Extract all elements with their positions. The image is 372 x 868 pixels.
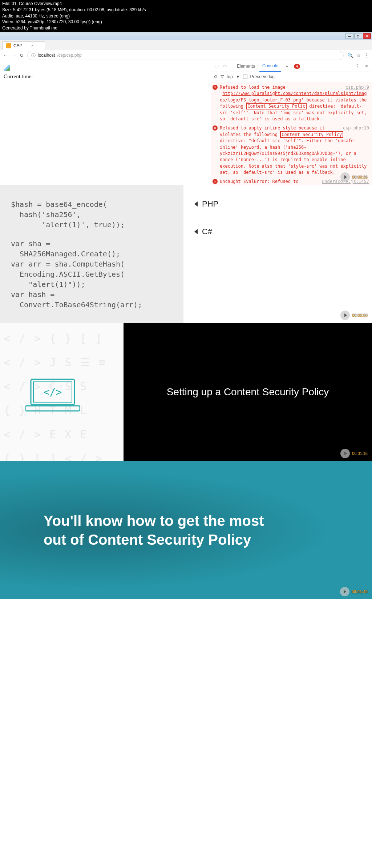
viewport-row: Current time: ⬚ ▭ Elements Console » 4 ⋮… xyxy=(0,61,372,185)
quote-text: You'll know how to get the most out of C… xyxy=(44,511,264,549)
star-icon[interactable]: ☆ xyxy=(356,52,361,58)
csp-highlight: Content Security Policy xyxy=(280,131,343,138)
browser-tab-bar: CSP × xyxy=(0,40,372,50)
meta-audio: Audio: aac, 44100 Hz, stereo (eng) xyxy=(2,13,370,19)
nav-back-icon[interactable]: ← xyxy=(3,53,8,58)
clear-console-icon[interactable]: ⊘ xyxy=(214,74,218,79)
lang-php: PHP xyxy=(194,199,361,209)
play-icon xyxy=(340,449,350,458)
language-pane: PHP C# xyxy=(183,185,372,323)
thumbnail-overlay-3: 00:01:16 xyxy=(340,449,368,458)
browser-tab[interactable]: CSP × xyxy=(2,41,45,50)
console-error-1: ✕ csp.php:9 Refused to load the image 'h… xyxy=(213,84,369,122)
error-icon: ✕ xyxy=(213,85,218,90)
meta-video: Video: h264, yuv420p, 1280x720, 30.00 fp… xyxy=(2,19,370,25)
error-icon: ✕ xyxy=(213,125,218,131)
tab-favicon-icon xyxy=(6,43,11,48)
timestamp: 00:00:26 xyxy=(352,175,368,179)
timestamp: 00:00:50 xyxy=(352,313,368,317)
timestamp: 00:01:40 xyxy=(352,589,368,594)
triangle-left-icon xyxy=(194,229,198,234)
slide-title: </>{}[]</>JS☰≡</>CSS{}HTML</>EXE{}[]</>J… xyxy=(0,323,372,461)
svg-rect-2 xyxy=(25,406,80,411)
play-icon xyxy=(340,587,349,596)
tab-console[interactable]: Console xyxy=(259,61,281,72)
svg-text:</>: </> xyxy=(44,386,62,398)
video-metadata-header: File: 01. Course Overview.mp4 Size: 5 42… xyxy=(0,0,372,32)
devtools-settings-icon[interactable]: ⋮ xyxy=(353,64,362,69)
csp-highlight: Content Security Polic xyxy=(246,103,307,109)
triangle-left-icon xyxy=(194,201,198,207)
inspect-icon[interactable]: ⬚ xyxy=(213,64,220,69)
dropdown-icon[interactable]: ▼ xyxy=(236,74,240,79)
thumbnail-overlay-2: 00:00:50 xyxy=(340,311,368,320)
window-minimize-button[interactable]: — xyxy=(345,33,353,39)
broken-image-icon xyxy=(4,65,10,71)
separator xyxy=(231,63,231,69)
slide-illustration: </>{}[]</>JS☰≡</>CSS{}HTML</>EXE{}[]</>J… xyxy=(0,323,124,461)
site-info-icon[interactable]: ⓘ xyxy=(31,52,36,59)
address-bar: ← → ↻ ⓘ localhost/csp/csp.php 🔍 ☆ ⋮ xyxy=(0,50,372,61)
search-icon[interactable]: 🔍 xyxy=(347,52,353,58)
console-error-2: ✕ csp.php:10 Refused to apply inline sty… xyxy=(213,125,369,176)
preserve-log-checkbox[interactable] xyxy=(243,75,247,79)
preserve-log-label: Preserve log xyxy=(250,74,275,79)
devtools-close-icon[interactable]: ✕ xyxy=(363,64,370,69)
console-output: ✕ csp.php:9 Refused to load the image 'h… xyxy=(211,82,372,185)
window-close-button[interactable]: ✕ xyxy=(363,33,371,39)
menu-icon[interactable]: ⋮ xyxy=(364,52,369,58)
error-count-badge[interactable]: 4 xyxy=(294,64,300,69)
page-content: Current time: xyxy=(0,61,211,185)
error-source[interactable]: csp.php:9 xyxy=(345,84,369,91)
current-time-label: Current time: xyxy=(4,73,207,80)
url-path: /csp/csp.php xyxy=(57,53,81,58)
meta-generated: Generated by Thumbnail me xyxy=(2,25,370,31)
toolbar-right: 🔍 ☆ ⋮ xyxy=(347,52,369,58)
tab-close-icon[interactable]: × xyxy=(31,43,34,48)
url-field[interactable]: ⓘ localhost/csp/csp.php xyxy=(27,51,344,60)
meta-file: File: 01. Course Overview.mp4 xyxy=(2,1,370,7)
slide-title-text: Setting up a Content Security Policy xyxy=(167,386,329,398)
tab-title: CSP xyxy=(13,43,23,48)
error-source[interactable]: csp.php:10 xyxy=(343,125,369,131)
csharp-code: var sha = SHA256Managed.Create(); var ar… xyxy=(11,239,173,310)
devtools-panel: ⬚ ▭ Elements Console » 4 ⋮ ✕ ⊘ ▽ top ▼ P… xyxy=(211,61,372,185)
device-icon[interactable]: ▭ xyxy=(221,64,228,69)
error-icon: ✕ xyxy=(213,179,218,184)
php-code: $hash = base64_encode( hash('sha256', 'a… xyxy=(11,199,173,230)
window-titlebar: — □ ✕ xyxy=(0,32,372,40)
thumbnail-overlay-4: 00:01:40 xyxy=(340,587,368,596)
tab-more[interactable]: » xyxy=(283,61,291,71)
window-maximize-button[interactable]: □ xyxy=(354,33,362,39)
slide-quote: You'll know how to get the most out of C… xyxy=(0,461,372,599)
url-host: localhost xyxy=(38,53,55,58)
play-icon xyxy=(340,311,350,320)
slide-title-panel: Setting up a Content Security Policy xyxy=(124,323,372,461)
timestamp: 00:01:16 xyxy=(352,451,368,456)
filter-icon[interactable]: ▽ xyxy=(221,74,224,79)
context-selector[interactable]: top xyxy=(227,74,233,79)
lang-csharp: C# xyxy=(194,227,361,236)
laptop-icon: </> xyxy=(25,377,80,415)
thumbnail-overlay-1: 00:00:26 xyxy=(340,172,368,182)
devtools-tabs: ⬚ ▭ Elements Console » 4 ⋮ ✕ xyxy=(211,61,372,72)
meta-size: Size: 5 42 72 31 bytes (5.18 MiB), durat… xyxy=(2,7,370,13)
slide-code: $hash = base64_encode( hash('sha256', 'a… xyxy=(0,185,372,323)
play-icon xyxy=(340,172,350,182)
console-filter-bar: ⊘ ▽ top ▼ Preserve log xyxy=(211,72,372,82)
nav-forward-icon[interactable]: → xyxy=(11,53,16,58)
tab-elements[interactable]: Elements xyxy=(234,61,258,71)
nav-reload-icon[interactable]: ↻ xyxy=(20,53,24,58)
code-pane: $hash = base64_encode( hash('sha256', 'a… xyxy=(0,185,183,323)
